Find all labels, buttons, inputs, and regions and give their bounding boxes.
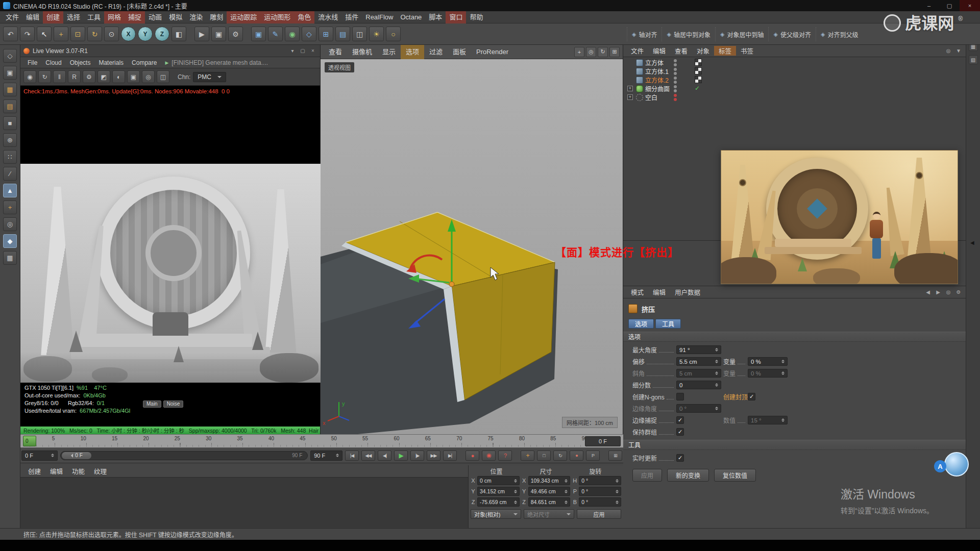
max-angle-field[interactable]: 91 ° bbox=[676, 345, 721, 354]
menu-file[interactable]: 文件 bbox=[2, 11, 22, 23]
float-icon[interactable]: ▢ bbox=[299, 47, 307, 55]
end-frame-field[interactable]: 90 F bbox=[310, 450, 342, 461]
viewport-canvas[interactable]: y x bbox=[321, 45, 623, 434]
om-menu-bookmarks[interactable]: 书签 bbox=[736, 46, 758, 56]
structure-tab-icon[interactable]: ▧ bbox=[969, 55, 978, 64]
visibility-dots[interactable] bbox=[674, 85, 677, 92]
position-y-field[interactable]: 34.152 cm bbox=[477, 487, 520, 496]
new-transform-button[interactable]: 新的变换 bbox=[667, 469, 709, 482]
record-pla-button[interactable]: P bbox=[586, 450, 600, 461]
coordinate-mode-dropdown[interactable]: 对象(相对) bbox=[471, 509, 521, 519]
expand-toggle-icon[interactable]: + bbox=[627, 94, 633, 100]
menu-octane[interactable]: Octane bbox=[397, 11, 425, 23]
vp-menu-cameras[interactable]: 摄像机 bbox=[347, 45, 377, 59]
menu-mesh[interactable]: 网格 bbox=[104, 11, 125, 23]
floor-icon[interactable]: ▤ bbox=[335, 27, 350, 41]
menu-create[interactable]: 创建 bbox=[43, 11, 63, 23]
vp-menu-panel[interactable]: 面板 bbox=[448, 45, 471, 59]
rotate-view-icon[interactable]: ↻ bbox=[598, 47, 608, 57]
object-center-to-axis-button[interactable]: ◈对象居中到轴 bbox=[715, 27, 768, 41]
texture-mode-icon[interactable]: ▦ bbox=[3, 83, 17, 96]
om-menu-tags[interactable]: 标签 bbox=[714, 46, 736, 56]
record-scale-button[interactable]: □ bbox=[537, 450, 551, 461]
size-y-field[interactable]: 49.456 cm bbox=[528, 487, 571, 496]
oct-menu-cloud[interactable]: Cloud bbox=[41, 59, 65, 66]
timeline-ruler[interactable]: 051015202530354045505560657075808590 0 0… bbox=[20, 434, 623, 448]
pan-view-icon[interactable]: + bbox=[574, 47, 584, 57]
coord-system-icon[interactable]: ◧ bbox=[172, 27, 186, 41]
timeline-playhead[interactable]: 0 bbox=[23, 436, 36, 446]
record-position-button[interactable]: + bbox=[521, 450, 534, 461]
edge-snap-checkbox[interactable]: ✓ bbox=[676, 416, 684, 424]
channel-dropdown[interactable]: PMC bbox=[193, 72, 226, 82]
visibility-dots[interactable] bbox=[674, 59, 677, 66]
om-menu-file[interactable]: 文件 bbox=[626, 46, 648, 56]
oct-menu-file[interactable]: File bbox=[23, 59, 41, 66]
am-menu-mode[interactable]: 模式 bbox=[626, 287, 648, 297]
menu-plugins[interactable]: 插件 bbox=[341, 11, 362, 23]
main-pass-chip[interactable]: Main bbox=[143, 400, 161, 408]
viewport-solo-icon[interactable]: ◎ bbox=[3, 217, 17, 231]
menu-animate[interactable]: 动画 bbox=[145, 11, 165, 23]
texture-tag-icon[interactable] bbox=[695, 67, 702, 74]
record-parameter-button[interactable]: ● bbox=[570, 450, 583, 461]
play-button[interactable]: ▶ bbox=[394, 450, 408, 461]
object-item-cube[interactable]: 立方体 bbox=[623, 58, 966, 67]
render-settings-icon[interactable]: ⚙ bbox=[83, 70, 95, 83]
size-x-field[interactable]: 109.343 cm bbox=[528, 476, 571, 485]
menu-character[interactable]: 角色 bbox=[294, 11, 314, 23]
array-icon[interactable]: ⊞ bbox=[318, 27, 333, 41]
menu-pipeline[interactable]: 流水线 bbox=[314, 11, 341, 23]
next-key-button[interactable]: ▶▶ bbox=[427, 450, 440, 461]
om-menu-view[interactable]: 查看 bbox=[670, 46, 692, 56]
pick-material-icon[interactable]: ◉ bbox=[23, 70, 36, 83]
ngons-checkbox[interactable] bbox=[676, 393, 684, 400]
vp-menu-prorender[interactable]: ProRender bbox=[471, 45, 513, 59]
menu-edit[interactable]: 编辑 bbox=[22, 11, 43, 23]
align-axis-button[interactable]: ◈轴对齐 bbox=[627, 27, 662, 41]
material-list-area[interactable] bbox=[20, 478, 468, 528]
axis-center-handle[interactable] bbox=[449, 282, 454, 287]
subdivisions-field[interactable]: 0 bbox=[676, 381, 721, 389]
panel-collapse-icon[interactable]: ◀ bbox=[970, 240, 974, 245]
camera-icon[interactable]: ◫ bbox=[352, 27, 367, 41]
vp-menu-display[interactable]: 显示 bbox=[377, 45, 401, 59]
polygons-mode-icon[interactable]: ▲ bbox=[3, 184, 17, 197]
history-back-icon[interactable]: ◀ bbox=[924, 288, 932, 296]
variance-field[interactable]: 0 % bbox=[748, 357, 788, 366]
goto-end-button[interactable]: ▶| bbox=[443, 450, 457, 461]
render-to-picture-icon[interactable]: ▣ bbox=[211, 27, 226, 41]
render-settings-icon[interactable]: ⚙ bbox=[228, 27, 243, 41]
menu-motion-tracker[interactable]: 运动跟踪 bbox=[227, 11, 260, 23]
position-x-field[interactable]: 0 cm bbox=[477, 476, 520, 485]
floating-avatar[interactable] bbox=[944, 452, 969, 477]
vp-menu-view[interactable]: 查看 bbox=[324, 45, 347, 59]
tab-options[interactable]: 选项 bbox=[628, 319, 654, 329]
search-icon[interactable]: ◎ bbox=[944, 47, 952, 55]
rotate-icon[interactable]: ↻ bbox=[87, 27, 102, 41]
close-icon[interactable]: × bbox=[309, 47, 317, 55]
minimize-button[interactable]: – bbox=[919, 0, 939, 11]
redo-icon[interactable]: ↷ bbox=[20, 27, 35, 41]
object-item-cube-1[interactable]: 立方体.1 bbox=[623, 67, 966, 76]
clay-mode-icon[interactable]: ◐ bbox=[112, 70, 125, 83]
oct-menu-materials[interactable]: Materials bbox=[94, 59, 128, 66]
make-editable-icon[interactable]: ◇ bbox=[3, 49, 17, 63]
primitive-cube-icon[interactable]: ▣ bbox=[251, 27, 266, 41]
toggle-views-icon[interactable]: ⊞ bbox=[609, 47, 620, 57]
subsample-icon[interactable]: ▣ bbox=[127, 70, 140, 83]
size-z-field[interactable]: 84.651 cm bbox=[528, 497, 571, 507]
floating-badge-a[interactable]: A bbox=[934, 460, 946, 472]
vp-menu-filter[interactable]: 过滤 bbox=[424, 45, 448, 59]
object-mode-icon[interactable]: ■ bbox=[3, 116, 17, 130]
focus-picker-icon[interactable]: ◎ bbox=[142, 70, 155, 83]
axis-mode-icon[interactable]: ⊕ bbox=[3, 133, 17, 147]
menu-sculpt[interactable]: 雕刻 bbox=[206, 11, 227, 23]
timeline-grid-button[interactable]: ⊞ bbox=[608, 450, 622, 461]
zoom-view-icon[interactable]: ◎ bbox=[586, 47, 596, 57]
maximize-button[interactable]: ▢ bbox=[939, 0, 960, 11]
realtime-update-checkbox[interactable]: ✓ bbox=[676, 454, 684, 462]
mat-menu-edit[interactable]: 编辑 bbox=[45, 466, 67, 476]
instance-icon[interactable]: ◇ bbox=[302, 27, 316, 41]
start-frame-field[interactable]: 0 F bbox=[21, 450, 58, 461]
